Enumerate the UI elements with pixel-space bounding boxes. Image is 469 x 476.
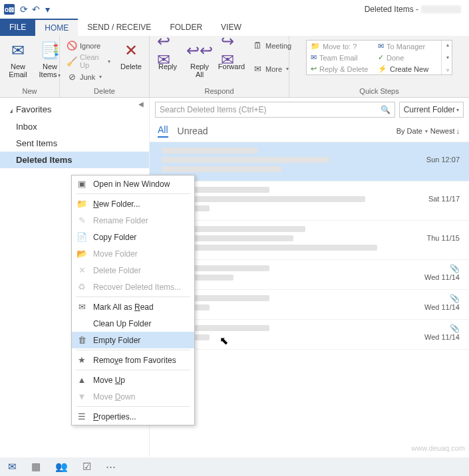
folder-icon: 📁 [311, 42, 320, 51]
rename-icon: ✎ [76, 215, 88, 225]
mark-read-icon: ✉ [76, 302, 88, 312]
window-title: Deleted Items - [365, 5, 418, 14]
collapse-pane-icon[interactable]: ◀ [138, 100, 144, 108]
message-row[interactable]: Sun 12:07 [150, 142, 469, 181]
ctx-open-new-window[interactable]: ▣Open in New Window [72, 176, 194, 192]
nav-calendar-icon[interactable]: ▦ [31, 461, 41, 473]
search-box[interactable]: Search Deleted Items (Ctrl+E) 🔍 [155, 102, 395, 118]
reply-all-button[interactable]: ↩↩ Reply All [186, 39, 214, 80]
delete-icon: ✕ [76, 265, 88, 275]
clean-up-button[interactable]: 🧹Clean Up▾ [64, 53, 113, 70]
ctx-clean-up-folder[interactable]: Clean Up Folder [72, 315, 194, 332]
ctx-move-down: ▼Move Down [72, 388, 194, 405]
window-icon: ▣ [76, 179, 88, 189]
meeting-icon: 🗓 [252, 41, 263, 51]
ignore-button[interactable]: 🚫Ignore [64, 40, 113, 51]
qat-undo-icon[interactable]: ↶ [32, 4, 40, 15]
broom-icon: 🧹 [67, 57, 77, 66]
new-items-icon: 📑 [39, 40, 61, 61]
message-date: Thu 11/15 [406, 226, 460, 254]
nav-deleted-items[interactable]: Deleted Items [0, 152, 149, 168]
more-respond-button[interactable]: ✉More▾ [249, 63, 294, 74]
ctx-delete-folder: ✕Delete Folder [72, 262, 194, 279]
ctx-move-up[interactable]: ▲Move Up [72, 372, 194, 388]
group-label-delete: Delete [64, 86, 145, 97]
envelope-icon: ✉ [311, 53, 317, 62]
favorites-header[interactable]: Favorites [0, 100, 149, 118]
search-icon[interactable]: 🔍 [381, 105, 391, 114]
search-scope[interactable]: Current Folder▾ [399, 102, 464, 118]
qs-create-new[interactable]: ⚡Create New [374, 63, 441, 74]
ctx-remove-favorites[interactable]: ★Remove from Favorites [72, 352, 194, 368]
message-date: Sun 12:07 [406, 148, 460, 176]
reply-all-icon: ↩↩ [189, 40, 210, 61]
down-icon: ▼ [76, 392, 88, 402]
tab-home[interactable]: HOME [35, 19, 78, 36]
qs-team-email[interactable]: ✉Team Email [307, 52, 374, 63]
ctx-properties[interactable]: ☰Properties... [72, 408, 194, 425]
account-name-blurred [421, 5, 461, 13]
qs-done[interactable]: ✓Done [374, 52, 441, 63]
ribbon: ✉ New Email 📑 New Items▾ New 🚫Ignore 🧹Cl… [0, 36, 469, 98]
meeting-button[interactable]: 🗓Meeting [249, 40, 294, 51]
message-row[interactable]: Sat 11/17 [150, 181, 469, 221]
folder-icon: 📁 [76, 199, 88, 209]
outlook-icon: o⊠ [4, 4, 15, 15]
message-row[interactable]: Thu 11/15 [150, 221, 469, 260]
nav-people-icon[interactable]: 👥 [55, 461, 68, 473]
nav-mail-icon[interactable]: ✉ [8, 461, 17, 473]
qs-down-icon[interactable]: ▾ [446, 55, 449, 60]
check-icon: ✓ [378, 53, 384, 62]
group-label-new: New [4, 86, 55, 97]
qat-send-receive-icon[interactable]: ⟳ [20, 4, 28, 15]
nav-more-icon[interactable]: ⋯ [106, 461, 116, 473]
context-menu: ▣Open in New Window 📁New Folder... ✎Rena… [71, 175, 195, 425]
ctx-mark-all-read[interactable]: ✉Mark All as Read [72, 298, 194, 315]
delete-button[interactable]: ✕ Delete [117, 39, 145, 72]
ctx-empty-folder[interactable]: 🗑Empty Folder [72, 332, 194, 348]
recover-icon: ♻ [76, 282, 88, 292]
qs-to-manager[interactable]: ✉To Manager [374, 41, 441, 52]
filter-unread[interactable]: Unread [178, 126, 208, 136]
qs-move-to[interactable]: 📁Move to: ? [307, 41, 374, 52]
tab-file[interactable]: FILE [0, 19, 35, 36]
watermark: www.deuaq.com [411, 444, 465, 452]
search-placeholder: Search Deleted Items (Ctrl+E) [160, 105, 381, 114]
nav-sent-items[interactable]: Sent Items [0, 135, 149, 152]
message-row[interactable]: 📎 Wed 11/14 [150, 320, 469, 350]
attachment-icon: 📎 [450, 294, 460, 303]
copy-icon: 📄 [76, 232, 88, 242]
properties-icon: ☰ [76, 412, 88, 421]
qs-reply-delete[interactable]: ↩Reply & Delete [307, 63, 374, 74]
tab-send-receive[interactable]: SEND / RECEIVE [78, 19, 160, 36]
nav-inbox[interactable]: Inbox [0, 118, 149, 135]
favorite-icon: ★ [76, 355, 88, 365]
message-date: Sat 11/17 [406, 187, 460, 215]
ctx-copy-folder[interactable]: 📄Copy Folder [72, 229, 194, 245]
forward-icon: ↪✉ [221, 40, 242, 61]
reply-icon: ↩✉ [157, 40, 178, 61]
sort-newest[interactable]: Newest↓ [430, 127, 460, 135]
sort-by-date[interactable]: By Date▾ [396, 127, 428, 135]
title-bar: o⊠ ⟳ ↶ ▾ Deleted Items - [0, 0, 469, 19]
ctx-new-folder[interactable]: 📁New Folder... [72, 195, 194, 212]
envelope-icon: ✉ [378, 42, 384, 51]
ctx-move-folder: 📂Move Folder [72, 245, 194, 262]
message-row[interactable]: 📎 Wed 11/14 [150, 260, 469, 290]
qat-customize-icon[interactable]: ▾ [45, 4, 50, 15]
qs-up-icon[interactable]: ▴ [446, 42, 449, 48]
nav-tasks-icon[interactable]: ☑ [82, 461, 91, 473]
reply-button[interactable]: ↩✉ Reply [154, 39, 182, 72]
lightning-icon: ⚡ [378, 64, 387, 73]
new-email-button[interactable]: ✉ New Email [4, 39, 32, 80]
empty-icon: 🗑 [76, 335, 88, 345]
reply-delete-icon: ↩ [311, 64, 317, 73]
filter-all[interactable]: All [158, 124, 168, 138]
message-list-pane: Search Deleted Items (Ctrl+E) 🔍 Current … [150, 98, 469, 457]
junk-button[interactable]: ⊘Junk▾ [64, 71, 113, 82]
message-row[interactable]: 📎 Wed 11/14 [150, 290, 469, 320]
delete-x-icon: ✕ [120, 40, 142, 61]
qs-expand-icon[interactable]: ▿ [446, 67, 449, 73]
move-icon: 📂 [76, 249, 88, 259]
forward-button[interactable]: ↪✉ Forward [218, 39, 245, 72]
